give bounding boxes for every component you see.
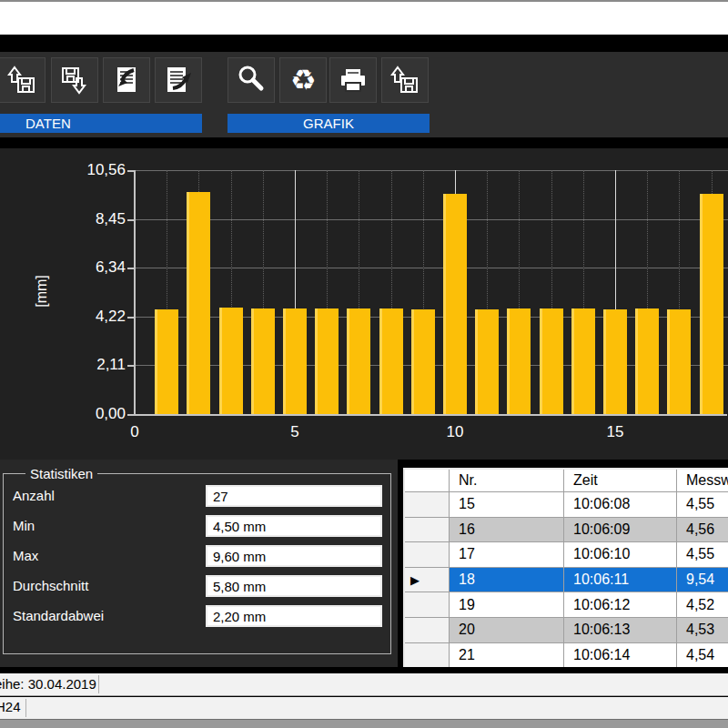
toolbar-group-label-grafik: GRAFIK — [228, 114, 430, 133]
cell-zeit[interactable]: 10:06:09 — [564, 518, 677, 543]
stat-input-anzahl[interactable] — [206, 485, 382, 507]
cell-nr[interactable]: 21 — [450, 643, 564, 667]
bar-measurement-10[interactable] — [443, 194, 467, 414]
cell-messwert[interactable]: 4,53 — [677, 618, 728, 643]
stat-label-durchschnitt: Durchschnitt — [13, 578, 88, 593]
cell-messwert[interactable]: 4,52 — [677, 592, 728, 618]
column-header-nr[interactable]: Nr. — [450, 470, 564, 492]
row-selector-cell[interactable] — [405, 518, 450, 543]
table-row[interactable]: 1710:06:104,55 — [405, 542, 728, 568]
statistics-groupbox: Statistiken AnzahlMinMaxDurchschnittStan… — [3, 473, 391, 654]
stat-input-durchschnitt[interactable] — [206, 575, 382, 597]
y-tick-label: 10,56 — [62, 161, 126, 179]
save-graphic-button[interactable] — [381, 57, 429, 103]
table-row[interactable]: 2010:06:134,53 — [405, 618, 728, 643]
x-tick-label: 0 — [116, 423, 153, 441]
cell-zeit[interactable]: 10:06:12 — [564, 592, 677, 618]
print-button[interactable] — [329, 57, 377, 103]
cell-nr[interactable]: 15 — [450, 492, 564, 518]
stat-input-max[interactable] — [206, 545, 382, 567]
stat-label-min: Min — [13, 518, 35, 533]
load-data-button[interactable] — [0, 57, 46, 103]
bar-measurement-11[interactable] — [475, 309, 499, 414]
cell-messwert[interactable]: 9,54 — [677, 568, 728, 593]
printer-icon — [336, 63, 370, 97]
cell-messwert[interactable]: 4,54 — [677, 643, 728, 667]
bar-chart: 0,002,114,226,348,4510,56051015[mm] — [0, 148, 728, 460]
stat-input-min[interactable] — [206, 515, 382, 537]
x-axis-line — [134, 414, 727, 416]
statistics-panel: Statistiken AnzahlMinMaxDurchschnittStan… — [0, 460, 398, 671]
row-selector-cell[interactable] — [405, 592, 450, 618]
magnifier-icon — [234, 63, 268, 97]
bar-measurement-3[interactable] — [219, 308, 243, 414]
cell-nr[interactable]: 16 — [450, 518, 564, 543]
status-device-text: H24 — [0, 699, 21, 714]
toolbar-group-label-daten: DATEN — [0, 114, 202, 133]
bar-measurement-7[interactable] — [347, 308, 370, 414]
cell-zeit[interactable]: 10:06:11 — [564, 568, 677, 593]
cell-zeit[interactable]: 10:06:08 — [564, 492, 677, 518]
cell-messwert[interactable]: 4,55 — [677, 492, 728, 518]
stat-label-standardabwei: Standardabwei — [13, 608, 104, 623]
table-row[interactable]: ▶1810:06:119,54 — [405, 568, 728, 593]
row-selector-cell[interactable]: ▶ — [405, 568, 450, 593]
y-tick-mark — [127, 268, 134, 269]
bar-measurement-16[interactable] — [635, 308, 659, 414]
table-row[interactable]: 1510:06:084,55 — [405, 492, 728, 518]
measurement-table: Nr.ZeitMesswe1510:06:084,551610:06:094,5… — [403, 468, 728, 667]
zoom-button[interactable] — [228, 57, 275, 103]
bar-measurement-5[interactable] — [283, 308, 307, 414]
status-bar-device: H24 — [0, 697, 728, 719]
stat-input-standardabwei[interactable] — [206, 605, 382, 627]
column-header-messwe[interactable]: Messwe — [677, 470, 728, 492]
bar-measurement-9[interactable] — [411, 309, 435, 414]
table-row[interactable]: 1910:06:124,52 — [405, 592, 728, 618]
cell-nr[interactable]: 19 — [450, 592, 564, 618]
bar-measurement-17[interactable] — [667, 309, 691, 414]
bar-measurement-6[interactable] — [315, 308, 339, 414]
bar-measurement-2[interactable] — [187, 192, 210, 414]
status-bar-series: eihe: 30.04.2019 — [0, 673, 728, 696]
floppy-down-icon — [57, 63, 92, 97]
table-row[interactable]: 2110:06:144,54 — [405, 643, 728, 667]
row-selector-cell[interactable] — [405, 643, 450, 667]
bar-measurement-18[interactable] — [700, 194, 723, 414]
cell-zeit[interactable]: 10:06:13 — [564, 618, 677, 643]
y-gridline — [135, 170, 728, 171]
floppy-up-icon — [388, 63, 422, 97]
y-tick-label: 8,45 — [62, 210, 126, 228]
cell-nr[interactable]: 17 — [450, 542, 564, 568]
import-report-button[interactable] — [103, 57, 150, 103]
column-header-zeit[interactable]: Zeit — [564, 470, 677, 492]
save-data-button[interactable] — [51, 57, 98, 103]
grafik-label: GRAFIK — [303, 116, 354, 131]
row-selector-cell[interactable] — [405, 492, 450, 518]
bar-measurement-1[interactable] — [155, 309, 178, 414]
bar-measurement-13[interactable] — [540, 308, 563, 414]
toolbar: ♻ DATEN GRAFIK — [0, 52, 728, 137]
cell-zeit[interactable]: 10:06:14 — [564, 643, 677, 667]
bar-measurement-14[interactable] — [571, 308, 595, 414]
refresh-button[interactable]: ♻ — [279, 57, 327, 103]
menu-band — [0, 35, 728, 52]
recycle-icon: ♻ — [290, 63, 317, 97]
app-window: ♻ DATEN GRAFIK 0,002,114,226,348,4510,56… — [0, 0, 728, 728]
export-report-button[interactable] — [155, 57, 202, 103]
bar-measurement-8[interactable] — [379, 308, 403, 414]
y-tick-mark — [127, 365, 134, 367]
cell-nr[interactable]: 18 — [450, 568, 564, 593]
cell-messwert[interactable]: 4,55 — [677, 542, 728, 568]
bar-measurement-4[interactable] — [251, 308, 275, 414]
table-row[interactable]: 1610:06:094,56 — [405, 518, 728, 543]
row-selector-cell[interactable] — [405, 618, 450, 643]
bar-measurement-12[interactable] — [507, 308, 531, 414]
cell-messwert[interactable]: 4,56 — [677, 518, 728, 543]
cell-zeit[interactable]: 10:06:10 — [564, 542, 677, 568]
daten-label: DATEN — [25, 116, 71, 131]
row-selector-cell[interactable] — [405, 542, 450, 568]
y-tick-label: 4,22 — [62, 308, 126, 326]
cell-nr[interactable]: 20 — [450, 618, 564, 643]
bar-measurement-15[interactable] — [603, 309, 627, 414]
x-tick-label: 10 — [437, 423, 473, 441]
